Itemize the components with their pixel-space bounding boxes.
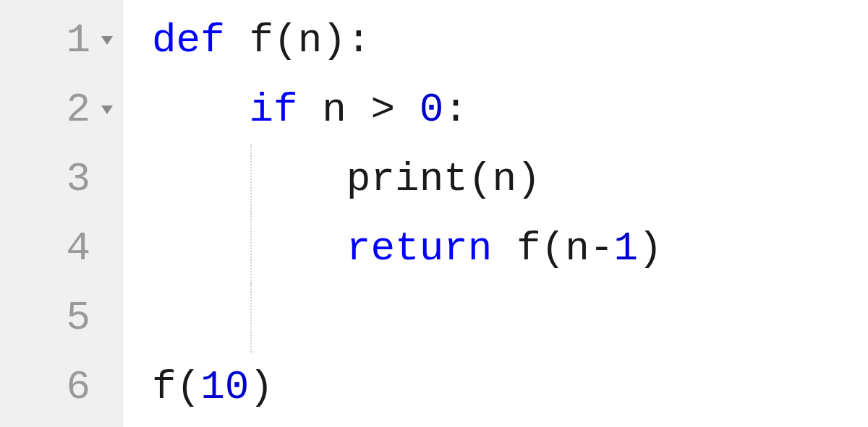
line-number: 4 <box>66 214 90 283</box>
gutter-line: 1 <box>14 6 116 75</box>
code-token: ) <box>322 17 346 64</box>
code-token: if <box>249 87 297 133</box>
code-token: : <box>346 17 371 64</box>
code-line[interactable]: f(10) <box>152 353 663 422</box>
code-token <box>492 225 516 272</box>
code-token: > <box>370 87 395 133</box>
code-token: ) <box>249 364 273 410</box>
line-number: 6 <box>66 353 90 422</box>
code-token: n <box>298 17 323 64</box>
code-token: n <box>322 87 346 133</box>
code-editor: 123456 def f(n): if n > 0: print(n) retu… <box>0 0 868 427</box>
code-token: def <box>152 17 225 64</box>
code-token: n <box>565 225 590 272</box>
line-number: 5 <box>66 283 90 353</box>
code-line[interactable]: def f(n): <box>152 6 663 75</box>
code-token: ) <box>516 156 541 202</box>
code-token <box>346 87 371 133</box>
line-number: 2 <box>66 75 90 145</box>
code-token: return <box>346 225 493 272</box>
gutter-line: 3 <box>14 145 116 214</box>
gutter-line: 2 <box>14 75 116 145</box>
code-line[interactable]: if n > 0: <box>152 75 663 145</box>
code-token: n <box>492 156 516 202</box>
code-token: ( <box>273 17 298 64</box>
gutter-line: 5 <box>14 283 116 353</box>
code-token: 1 <box>614 225 639 272</box>
code-token <box>152 156 346 202</box>
code-token: ( <box>468 156 493 202</box>
indent-guide <box>250 145 252 214</box>
code-token: f <box>516 225 541 272</box>
indent-guide <box>250 283 252 353</box>
code-token: ) <box>638 225 663 272</box>
code-token: 0 <box>420 87 444 133</box>
code-area[interactable]: def f(n): if n > 0: print(n) return f(n-… <box>123 0 663 427</box>
code-token: - <box>590 225 614 272</box>
code-token: f <box>249 17 273 64</box>
code-line[interactable] <box>152 283 663 353</box>
code-token <box>152 87 249 133</box>
code-line[interactable]: print(n) <box>152 145 663 214</box>
code-token: f <box>152 364 176 410</box>
code-token: ( <box>176 364 201 410</box>
gutter-line: 4 <box>14 214 116 283</box>
code-token: 10 <box>200 364 249 410</box>
indent-guide <box>250 214 252 283</box>
code-token <box>395 87 420 133</box>
fold-placeholder <box>98 239 116 258</box>
fold-placeholder <box>98 309 116 327</box>
code-token: : <box>443 87 468 133</box>
code-line[interactable]: return f(n-1) <box>152 214 663 283</box>
gutter: 123456 <box>0 0 123 427</box>
line-number: 3 <box>66 145 90 214</box>
code-token: print <box>346 156 468 202</box>
fold-placeholder <box>98 378 116 397</box>
code-token <box>152 225 346 272</box>
fold-toggle-icon[interactable] <box>98 100 116 119</box>
fold-placeholder <box>98 170 116 189</box>
code-token: ( <box>541 225 566 272</box>
fold-toggle-icon[interactable] <box>98 31 116 50</box>
code-token <box>298 87 323 133</box>
gutter-line: 6 <box>14 353 116 422</box>
line-number: 1 <box>66 6 90 75</box>
code-token <box>225 17 250 64</box>
